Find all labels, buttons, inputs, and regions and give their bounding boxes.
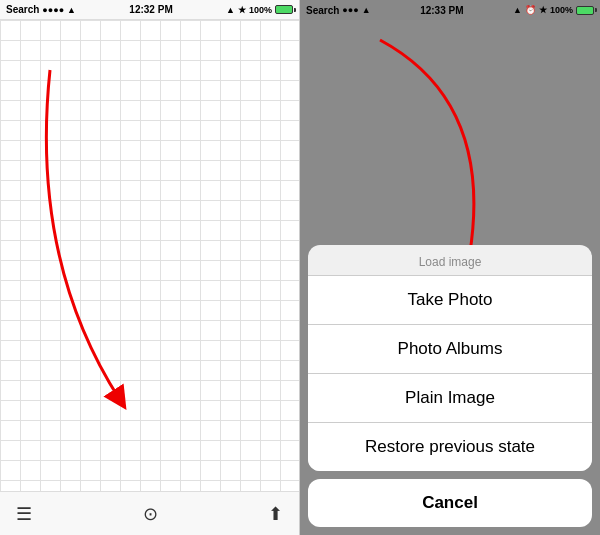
toolbar-left: ☰ ⊙ ⬆ (0, 491, 299, 535)
battery-pct-left: 100% (249, 5, 272, 15)
battery-icon-left (275, 5, 293, 14)
bt-icon-right: ★ (539, 5, 547, 15)
wifi-icon-right: ▲ (362, 5, 371, 15)
camera-icon[interactable]: ⊙ (143, 503, 158, 525)
arrow-left (20, 60, 180, 420)
search-label-right: Search (306, 5, 339, 16)
left-screen: Search ●●●● ▲ 12:32 PM ▲ ★ 100% (0, 0, 300, 535)
canvas-grid-left (0, 20, 299, 491)
time-left: 12:32 PM (129, 4, 172, 15)
action-plain-image[interactable]: Plain Image (308, 374, 592, 423)
action-photo-albums[interactable]: Photo Albums (308, 325, 592, 374)
menu-icon[interactable]: ☰ (16, 503, 32, 525)
action-restore-state[interactable]: Restore previous state (308, 423, 592, 471)
status-left-right: Search ●●● ▲ (306, 5, 371, 16)
status-left-left: Search ●●●● ▲ (6, 4, 76, 15)
action-take-photo[interactable]: Take Photo (308, 276, 592, 325)
action-sheet-title: Load image (308, 245, 592, 276)
time-right: 12:33 PM (420, 5, 463, 16)
alarm-icon-right: ⏰ (525, 5, 536, 15)
battery-pct-right: 100% (550, 5, 573, 15)
action-sheet-main: Load image Take Photo Photo Albums Plain… (308, 245, 592, 471)
action-sheet: Load image Take Photo Photo Albums Plain… (300, 237, 600, 535)
cancel-button[interactable]: Cancel (308, 479, 592, 527)
arrow-icon-right: ▲ (513, 5, 522, 15)
search-label-left: Search (6, 4, 39, 15)
status-bar-left: Search ●●●● ▲ 12:32 PM ▲ ★ 100% (0, 0, 299, 20)
right-screen: Search ●●● ▲ 12:33 PM ▲ ⏰ ★ 100% Lo (300, 0, 600, 535)
share-icon[interactable]: ⬆ (268, 503, 283, 525)
wifi-icon-left: ▲ (67, 5, 76, 15)
bt-icon-left: ★ (238, 5, 246, 15)
status-bar-right: Search ●●● ▲ 12:33 PM ▲ ⏰ ★ 100% (300, 0, 600, 20)
action-sheet-cancel-container: Cancel (308, 479, 592, 527)
arrow-icon-left: ▲ (226, 5, 235, 15)
battery-icon-right (576, 6, 594, 15)
status-right-right: ▲ ⏰ ★ 100% (513, 5, 594, 15)
status-right-left: ▲ ★ 100% (226, 5, 293, 15)
signal-icon-left: ●●●● (42, 5, 64, 15)
signal-icon-right: ●●● (342, 5, 358, 15)
